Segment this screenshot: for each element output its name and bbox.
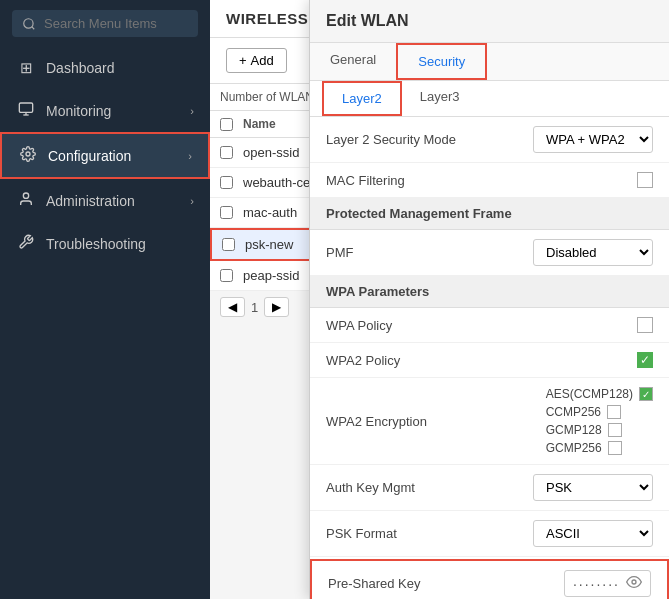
tab-layer2[interactable]: Layer2 xyxy=(322,81,402,116)
wpa-policy-checkbox[interactable] xyxy=(637,317,653,333)
sidebar-label-dashboard: Dashboard xyxy=(46,60,194,76)
row-checkbox-3[interactable] xyxy=(222,238,235,251)
name-column-header: Name xyxy=(243,117,276,131)
sidebar-item-dashboard[interactable]: ⊞ Dashboard xyxy=(0,47,210,89)
tab-security[interactable]: Security xyxy=(396,43,487,80)
sidebar-navigation: ⊞ Dashboard Monitoring › Configuration ›… xyxy=(0,47,210,599)
sidebar-label-administration: Administration xyxy=(46,193,180,209)
tab-general[interactable]: General xyxy=(310,43,396,80)
svg-point-5 xyxy=(26,152,30,156)
tab-layer3[interactable]: Layer3 xyxy=(402,81,478,116)
pre-shared-key-label: Pre-Shared Key xyxy=(328,576,564,591)
chevron-icon-administration: › xyxy=(190,195,194,207)
dashboard-icon: ⊞ xyxy=(16,59,36,77)
row-checkbox-0[interactable] xyxy=(220,146,233,159)
sidebar-item-monitoring[interactable]: Monitoring › xyxy=(0,89,210,132)
enc-checkbox-1[interactable] xyxy=(607,405,621,419)
search-icon xyxy=(22,17,36,31)
wpa-policy-control[interactable] xyxy=(637,317,653,333)
layer-tab-bar: Layer2 Layer3 xyxy=(310,81,669,117)
enc-label-2: GCMP128 xyxy=(546,423,602,437)
chevron-icon-configuration: › xyxy=(188,150,192,162)
encryption-options: AES(CCMP128) ✓ CCMP256 GCMP128 GCMP2 xyxy=(546,387,653,455)
row-checkbox-4[interactable] xyxy=(220,269,233,282)
pmf-section-header: Protected Management Frame xyxy=(310,198,669,230)
mac-filtering-control[interactable] xyxy=(637,172,653,188)
select-all-checkbox[interactable] xyxy=(220,118,233,131)
layer2-security-mode-label: Layer 2 Security Mode xyxy=(326,132,533,147)
modal-title: Edit WLAN xyxy=(310,0,669,43)
enc-label-0: AES(CCMP128) xyxy=(546,387,633,401)
layer2-security-mode-row: Layer 2 Security Mode WPA + WPA2 xyxy=(310,117,669,163)
pre-shared-key-input-wrapper[interactable]: ········ xyxy=(564,570,651,597)
enc-option-0[interactable]: AES(CCMP128) ✓ xyxy=(546,387,653,401)
row-checkbox-2[interactable] xyxy=(220,206,233,219)
pmf-row: PMF Disabled xyxy=(310,230,669,276)
auth-key-mgmt-label: Auth Key Mgmt xyxy=(326,480,533,495)
add-label: Add xyxy=(251,53,274,68)
pmf-select[interactable]: Disabled xyxy=(533,239,653,266)
wpa-section-header: WPA Parameters xyxy=(310,276,669,308)
modal-body: Layer 2 Security Mode WPA + WPA2 MAC Fil… xyxy=(310,117,669,599)
enc-label-1: CCMP256 xyxy=(546,405,601,419)
monitoring-icon xyxy=(16,101,36,120)
pmf-control: Disabled xyxy=(533,239,653,266)
sidebar-label-configuration: Configuration xyxy=(48,148,178,164)
mac-filtering-checkbox[interactable] xyxy=(637,172,653,188)
svg-rect-2 xyxy=(19,103,32,112)
prev-page-button[interactable]: ◀ xyxy=(220,297,245,317)
enc-checkbox-0[interactable]: ✓ xyxy=(639,387,653,401)
psk-format-control: ASCII xyxy=(533,520,653,547)
search-box[interactable] xyxy=(12,10,198,37)
wpa2-policy-checkbox[interactable]: ✓ xyxy=(637,352,653,368)
wpa2-policy-row: WPA2 Policy ✓ xyxy=(310,343,669,378)
sidebar: ⊞ Dashboard Monitoring › Configuration ›… xyxy=(0,0,210,599)
main-content: WIRELESS NETWORKS + Add Number of WLANs … xyxy=(210,0,669,599)
sidebar-item-troubleshooting[interactable]: Troubleshooting xyxy=(0,222,210,265)
edit-wlan-modal: Edit WLAN General Security Layer2 Layer3… xyxy=(309,0,669,599)
psk-format-row: PSK Format ASCII xyxy=(310,511,669,557)
pre-shared-key-row: Pre-Shared Key ········ xyxy=(310,559,669,599)
modal-tab-bar: General Security xyxy=(310,43,669,81)
svg-line-1 xyxy=(32,26,35,29)
wpa-policy-label: WPA Policy xyxy=(326,318,637,333)
sidebar-item-administration[interactable]: Administration › xyxy=(0,179,210,222)
psk-format-select[interactable]: ASCII xyxy=(533,520,653,547)
sidebar-item-configuration[interactable]: Configuration › xyxy=(0,132,210,179)
enc-option-1[interactable]: CCMP256 xyxy=(546,405,653,419)
enc-checkbox-3[interactable] xyxy=(608,441,622,455)
svg-point-7 xyxy=(632,580,636,584)
psk-format-label: PSK Format xyxy=(326,526,533,541)
configuration-icon xyxy=(18,146,38,165)
wpa2-encryption-row: WPA2 Encryption AES(CCMP128) ✓ CCMP256 G… xyxy=(310,378,669,465)
wpa2-policy-label: WPA2 Policy xyxy=(326,353,637,368)
wpa2-encryption-label: WPA2 Encryption xyxy=(326,414,546,429)
enc-label-3: GCMP256 xyxy=(546,441,602,455)
enc-option-2[interactable]: GCMP128 xyxy=(546,423,653,437)
wpa2-encryption-control: AES(CCMP128) ✓ CCMP256 GCMP128 GCMP2 xyxy=(546,387,653,455)
wpa2-policy-control[interactable]: ✓ xyxy=(637,352,653,368)
sidebar-label-monitoring: Monitoring xyxy=(46,103,180,119)
row-checkbox-1[interactable] xyxy=(220,176,233,189)
chevron-icon-monitoring: › xyxy=(190,105,194,117)
wpa-policy-row: WPA Policy xyxy=(310,308,669,343)
auth-key-mgmt-row: Auth Key Mgmt PSK xyxy=(310,465,669,511)
svg-point-6 xyxy=(23,193,28,198)
auth-key-mgmt-select[interactable]: PSK xyxy=(533,474,653,501)
mac-filtering-label: MAC Filtering xyxy=(326,173,637,188)
next-page-button[interactable]: ▶ xyxy=(264,297,289,317)
svg-point-0 xyxy=(24,18,33,27)
enc-checkbox-2[interactable] xyxy=(608,423,622,437)
search-input[interactable] xyxy=(44,16,184,31)
eye-icon[interactable] xyxy=(626,574,642,593)
add-icon: + xyxy=(239,53,247,68)
add-button[interactable]: + Add xyxy=(226,48,287,73)
layer2-security-mode-control: WPA + WPA2 xyxy=(533,126,653,153)
auth-key-mgmt-control: PSK xyxy=(533,474,653,501)
pre-shared-key-dots: ········ xyxy=(573,576,620,592)
pmf-label: PMF xyxy=(326,245,533,260)
administration-icon xyxy=(16,191,36,210)
layer2-security-mode-select[interactable]: WPA + WPA2 xyxy=(533,126,653,153)
troubleshooting-icon xyxy=(16,234,36,253)
enc-option-3[interactable]: GCMP256 xyxy=(546,441,653,455)
